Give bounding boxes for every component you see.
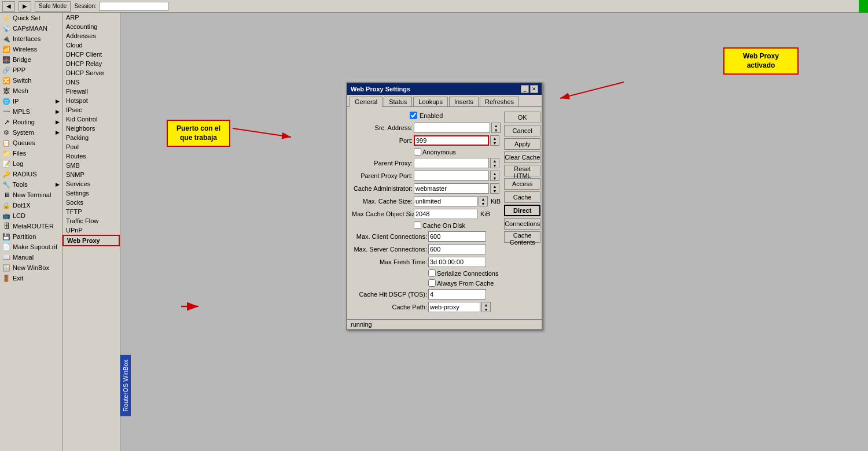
menu-ipsec[interactable]: IPsec: [62, 105, 120, 114]
sidebar-item-queues[interactable]: 📋 Queues: [0, 138, 62, 148]
menu-upnp[interactable]: UPnP: [62, 226, 120, 235]
tab-inserts[interactable]: Inserts: [449, 97, 479, 106]
src-address-spinner[interactable]: ▲ ▼: [491, 123, 501, 133]
menu-socks[interactable]: Socks: [62, 198, 120, 207]
clear-cache-button[interactable]: Clear Cache: [504, 151, 540, 163]
menu-routes[interactable]: Routes: [62, 151, 120, 161]
parent-proxy-spinner[interactable]: ▲ ▼: [490, 158, 499, 168]
menu-arp[interactable]: ARP: [62, 13, 120, 22]
port-input[interactable]: [414, 135, 489, 146]
connections-button[interactable]: Connections: [504, 218, 540, 230]
sidebar-item-make-supout[interactable]: 📄 Make Supout.rif: [0, 242, 62, 252]
spin-up-port[interactable]: ▲: [491, 136, 499, 141]
tab-refreshes[interactable]: Refreshes: [480, 97, 519, 106]
menu-addresses[interactable]: Addresses: [62, 31, 120, 40]
menu-dhcp-server[interactable]: DHCP Server: [62, 68, 120, 77]
menu-smb[interactable]: SMB: [62, 161, 120, 170]
menu-web-proxy[interactable]: Web Proxy: [62, 235, 120, 246]
menu-dns[interactable]: DNS: [62, 77, 120, 87]
menu-services[interactable]: Services: [62, 179, 120, 188]
sidebar-item-new-winbox[interactable]: 🪟 New WinBox: [0, 263, 62, 273]
direct-button[interactable]: Direct: [504, 205, 540, 216]
sidebar-item-interfaces[interactable]: 🔌 Interfaces: [0, 34, 62, 44]
spin-up[interactable]: ▲: [492, 123, 500, 128]
cache-path-spinner[interactable]: ▲ ▼: [481, 302, 491, 312]
sidebar-item-mpls[interactable]: 〰 MPLS ▶: [0, 106, 62, 117]
cache-on-disk-checkbox[interactable]: [414, 221, 421, 229]
always-from-cache-checkbox[interactable]: [428, 279, 436, 287]
back-button[interactable]: ◀: [2, 1, 15, 12]
cache-button[interactable]: Cache: [504, 191, 540, 203]
sidebar-item-routing[interactable]: ↗ Routing ▶: [0, 117, 62, 127]
cancel-button[interactable]: Cancel: [504, 125, 540, 136]
port-spinner[interactable]: ▲ ▼: [490, 135, 499, 146]
menu-dhcp-client[interactable]: DHCP Client: [62, 50, 120, 59]
src-address-input[interactable]: [414, 123, 490, 133]
sidebar-item-lcd[interactable]: 📺 LCD: [0, 210, 62, 221]
menu-settings[interactable]: Settings: [62, 188, 120, 198]
ok-button[interactable]: OK: [504, 112, 540, 123]
sidebar-item-quick-set[interactable]: ⚡ Quick Set: [0, 13, 62, 23]
close-button[interactable]: ✕: [530, 85, 538, 93]
sidebar-item-log[interactable]: 📝 Log: [0, 158, 62, 169]
sidebar-item-bridge[interactable]: 🌉 Bridge: [0, 54, 62, 65]
access-button[interactable]: Access: [504, 178, 540, 190]
reset-html-button[interactable]: Reset HTML: [504, 165, 540, 176]
tab-lookups[interactable]: Lookups: [413, 97, 448, 106]
serialize-conn-checkbox[interactable]: [428, 269, 436, 277]
sidebar-item-wireless[interactable]: 📶 Wireless: [0, 44, 62, 54]
enabled-label[interactable]: Enabled: [410, 112, 443, 119]
tab-general[interactable]: General: [350, 97, 382, 107]
tab-status[interactable]: Status: [384, 97, 412, 106]
sidebar-item-dot1x[interactable]: 🔒 Dot1X: [0, 200, 62, 210]
menu-firewall[interactable]: Firewall: [62, 87, 120, 96]
forward-button[interactable]: ▶: [19, 1, 31, 12]
cache-path-input[interactable]: [428, 302, 480, 312]
max-cache-obj-input[interactable]: [414, 209, 477, 219]
sidebar-item-files[interactable]: 📁 Files: [0, 148, 62, 158]
safe-mode-button[interactable]: Safe Mode: [35, 1, 71, 12]
cache-hit-dscp-input[interactable]: [428, 289, 486, 300]
sidebar-item-capsman[interactable]: 📡 CAPsMAAN: [0, 23, 62, 34]
cache-admin-input[interactable]: [414, 183, 489, 194]
menu-traffic-flow[interactable]: Traffic Flow: [62, 216, 120, 226]
minimize-button[interactable]: _: [521, 85, 529, 93]
sidebar-item-switch[interactable]: 🔀 Switch: [0, 75, 62, 86]
sidebar-item-manual[interactable]: 📖 Manual: [0, 252, 62, 263]
sidebar-item-tools[interactable]: 🔧 Tools ▶: [0, 179, 62, 190]
sidebar-item-partition[interactable]: 💾 Partition: [0, 231, 62, 242]
max-client-conn-input[interactable]: [428, 231, 486, 242]
menu-pool[interactable]: Pool: [62, 142, 120, 151]
cache-contents-button[interactable]: Cache Contents: [504, 231, 540, 243]
sidebar-item-exit[interactable]: 🚪 Exit: [0, 273, 62, 283]
menu-packing[interactable]: Packing: [62, 133, 120, 142]
menu-kid-control[interactable]: Kid Control: [62, 114, 120, 124]
parent-proxy-port-input[interactable]: [414, 171, 489, 181]
menu-accounting[interactable]: Accounting: [62, 22, 120, 31]
spin-down-port[interactable]: ▼: [491, 141, 499, 145]
enabled-checkbox[interactable]: [410, 112, 417, 119]
spin-down[interactable]: ▼: [492, 128, 500, 132]
sidebar-item-metarouter[interactable]: 🗄 MetaROUTER: [0, 221, 62, 231]
parent-proxy-input[interactable]: [414, 158, 489, 168]
menu-neighbors[interactable]: Neighbors: [62, 124, 120, 133]
max-cache-size-spinner[interactable]: ▲ ▼: [479, 196, 488, 206]
menu-cloud[interactable]: Cloud: [62, 40, 120, 50]
menu-dhcp-relay[interactable]: DHCP Relay: [62, 59, 120, 68]
max-server-conn-input[interactable]: [428, 244, 486, 254]
cache-admin-spinner[interactable]: ▲ ▼: [490, 183, 499, 194]
menu-tftp[interactable]: TFTP: [62, 207, 120, 216]
max-fresh-time-input[interactable]: [428, 257, 486, 267]
menu-hotspot[interactable]: Hotspot: [62, 96, 120, 105]
apply-button[interactable]: Apply: [504, 138, 540, 150]
sidebar-item-ppp[interactable]: 🔗 PPP: [0, 65, 62, 75]
sidebar-item-radius[interactable]: 🔑 RADIUS: [0, 169, 62, 179]
parent-proxy-port-spinner[interactable]: ▲ ▼: [490, 171, 499, 181]
sidebar-item-new-terminal[interactable]: 🖥 New Terminal: [0, 190, 62, 200]
sidebar-item-mesh[interactable]: 🕸 Mesh: [0, 86, 62, 96]
session-input[interactable]: [99, 2, 168, 11]
sidebar-item-system[interactable]: ⚙ System ▶: [0, 127, 62, 138]
anonymous-checkbox[interactable]: [414, 148, 421, 156]
sidebar-item-ip[interactable]: 🌐 IP ▶: [0, 96, 62, 106]
menu-snmp[interactable]: SNMP: [62, 170, 120, 179]
